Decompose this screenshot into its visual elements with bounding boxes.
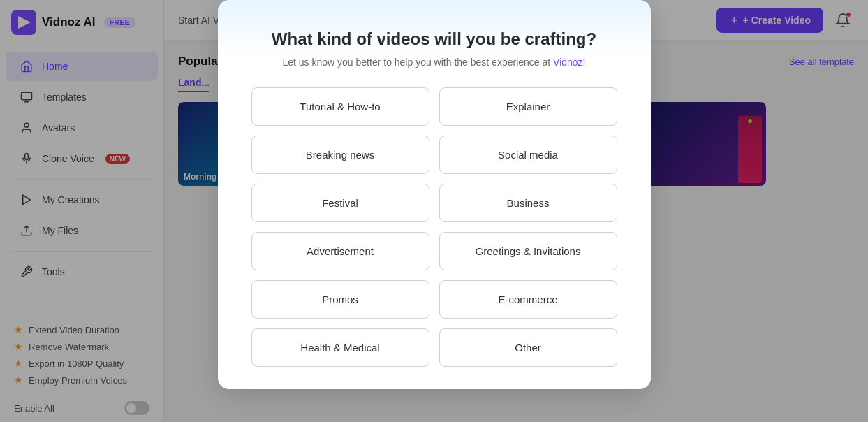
option-health[interactable]: Health & Medical <box>251 328 429 367</box>
option-business[interactable]: Business <box>439 184 617 222</box>
option-advertisement[interactable]: Advertisement <box>251 232 429 270</box>
option-promos[interactable]: Promos <box>251 280 429 319</box>
option-ecommerce[interactable]: E-commerce <box>439 280 617 319</box>
vidnoz-link: Vidnoz! <box>553 57 585 68</box>
option-festival[interactable]: Festival <box>251 184 429 222</box>
option-tutorial[interactable]: Tutorial & How-to <box>251 87 429 126</box>
modal-overlay: What kind of videos will you be crafting… <box>0 0 868 422</box>
modal-title: What kind of videos will you be crafting… <box>251 28 617 50</box>
option-other[interactable]: Other <box>439 328 617 367</box>
option-greetings[interactable]: Greetings & Invitations <box>439 232 617 270</box>
video-type-modal: What kind of videos will you be crafting… <box>218 0 651 389</box>
option-breaking-news[interactable]: Breaking news <box>251 136 429 174</box>
option-social-media[interactable]: Social media <box>439 136 617 174</box>
option-explainer[interactable]: Explainer <box>439 87 617 126</box>
modal-subtitle: Let us know you better to help you with … <box>251 57 617 68</box>
options-grid: Tutorial & How-to Explainer Breaking new… <box>251 87 617 367</box>
